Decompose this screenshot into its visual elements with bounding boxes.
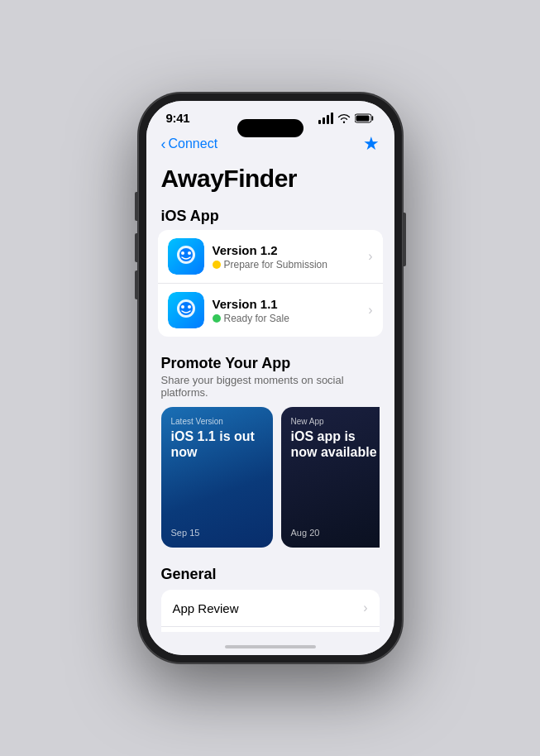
- version-12-info: Version 1.2 Prepare for Submission: [213, 243, 369, 270]
- version-12-name: Version 1.2: [213, 243, 369, 257]
- phone-screen: 9:41: [146, 101, 394, 655]
- star-button[interactable]: ★: [363, 133, 380, 155]
- promo-card-1-date: Sep 15: [171, 528, 263, 538]
- version-11-row[interactable]: Version 1.1 Ready for Sale ›: [158, 283, 383, 337]
- page-title: AwayFinder: [146, 161, 394, 201]
- signal-icon: [318, 112, 333, 124]
- status-icons: [318, 112, 375, 124]
- promo-card-2-title: iOS app is now available: [291, 428, 380, 460]
- svg-rect-1: [356, 115, 369, 121]
- battery-icon: [355, 113, 375, 123]
- status-time: 9:41: [166, 111, 190, 125]
- promo-card-1-tag: Latest Version: [171, 417, 263, 426]
- version-11-status: Ready for Sale: [213, 313, 369, 324]
- version-11-icon: [168, 292, 204, 328]
- promo-card-2-tag: New App: [291, 417, 380, 426]
- general-heading: General: [161, 566, 380, 583]
- app-review-row[interactable]: App Review ›: [161, 590, 380, 626]
- svg-point-10: [181, 305, 184, 309]
- promo-card-2[interactable]: New App iOS app is now available Aug 20: [281, 407, 380, 548]
- dynamic-island: [237, 119, 303, 137]
- svg-point-11: [188, 305, 191, 309]
- back-chevron-icon: ‹: [161, 136, 166, 151]
- app-information-row[interactable]: App Information ›: [161, 626, 380, 632]
- wifi-icon: [337, 113, 351, 123]
- general-list: App Review › App Information › Ratings a…: [161, 590, 380, 632]
- version-11-name: Version 1.1: [213, 297, 369, 311]
- promote-subtitle: Share your biggest moments on social pla…: [161, 374, 380, 399]
- version-12-row[interactable]: Version 1.2 Prepare for Submission ›: [158, 230, 383, 283]
- svg-point-6: [188, 251, 191, 255]
- app-review-label: App Review: [173, 601, 239, 615]
- phone-device: 9:41: [138, 93, 403, 663]
- svg-point-5: [181, 251, 184, 255]
- back-button[interactable]: ‹ Connect: [161, 136, 218, 151]
- screen-content[interactable]: ‹ Connect ★ AwayFinder iOS App: [146, 128, 394, 632]
- version-12-status-text: Prepare for Submission: [224, 259, 327, 270]
- ios-section-heading: iOS App: [146, 201, 394, 230]
- promo-card-1-title: iOS 1.1 is out now: [171, 428, 263, 460]
- status-bar: 9:41: [146, 101, 394, 128]
- home-indicator: [146, 632, 394, 655]
- version-card-group: Version 1.2 Prepare for Submission ›: [158, 230, 383, 337]
- version-11-chevron-icon: ›: [368, 303, 372, 318]
- general-section: General App Review › App Information › R…: [146, 559, 394, 632]
- green-dot-icon: [213, 314, 221, 323]
- promote-title: Promote Your App: [161, 355, 380, 372]
- promo-card-2-date: Aug 20: [291, 528, 380, 538]
- version-12-icon: [168, 238, 204, 275]
- version-12-chevron-icon: ›: [368, 249, 372, 264]
- version-11-status-text: Ready for Sale: [224, 313, 289, 324]
- promote-section: Promote Your App Share your biggest mome…: [146, 350, 394, 559]
- yellow-dot-icon: [213, 261, 221, 269]
- version-11-info: Version 1.1 Ready for Sale: [213, 297, 369, 324]
- home-bar: [225, 645, 316, 648]
- promo-cards-wrapper[interactable]: Latest Version iOS 1.1 is out now Sep 15…: [161, 407, 380, 551]
- promo-card-1[interactable]: Latest Version iOS 1.1 is out now Sep 15: [161, 407, 273, 548]
- app-review-chevron-icon: ›: [363, 600, 367, 615]
- back-label: Connect: [169, 136, 218, 151]
- version-12-status: Prepare for Submission: [213, 259, 369, 270]
